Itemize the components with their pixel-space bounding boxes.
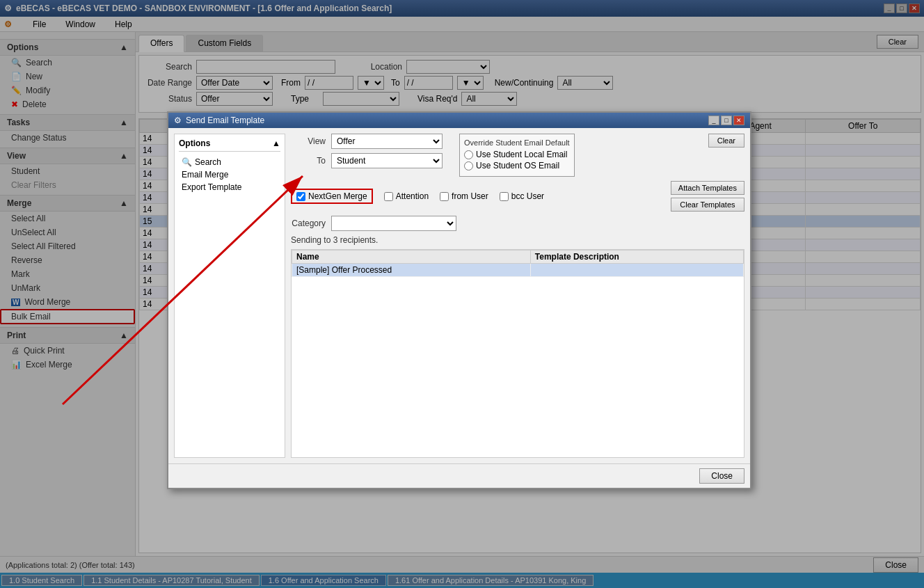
modal-email-merge-item[interactable]: Email Merge (179, 168, 280, 181)
template-row[interactable]: [Sample] Offer Processed (292, 264, 744, 277)
sending-recipients-text: Sending to 3 recipients. (291, 235, 744, 245)
bcc-user-checkbox[interactable] (500, 192, 509, 201)
bcc-user-checkbox-container: bcc User (500, 191, 544, 201)
modal-body: Options ▲ 🔍 Search Email Merge Export Te… (168, 128, 750, 463)
radio-os-label: Use Student OS Email (476, 161, 559, 170)
send-email-modal: ⚙ Send Email Template _ □ ✕ Options ▲ 🔍 … (167, 111, 751, 489)
category-select[interactable] (331, 216, 456, 231)
radio-os-email[interactable]: Use Student OS Email (464, 161, 570, 170)
template-col-name: Name (292, 251, 531, 264)
template-name-cell: [Sample] Offer Processed (292, 264, 531, 277)
nextgen-merge-checkbox-container: NextGen Merge (291, 189, 373, 204)
modal-panel-header: Options ▲ (179, 138, 280, 152)
nextgen-merge-label: NextGen Merge (308, 191, 367, 201)
radio-local-email[interactable]: Use Student Local Email (464, 150, 570, 159)
radio-local-input[interactable] (464, 150, 473, 159)
modal-right-panel: View Offer To Student (291, 134, 744, 458)
modal-close-button[interactable]: ✕ (733, 116, 744, 125)
modal-left-panel: Options ▲ 🔍 Search Email Merge Export Te… (174, 134, 285, 458)
modal-title-bar: ⚙ Send Email Template _ □ ✕ (168, 113, 750, 128)
modal-overlay: ⚙ Send Email Template _ □ ✕ Options ▲ 🔍 … (0, 0, 924, 588)
modal-maximize-button[interactable]: □ (721, 116, 732, 125)
view-label: View (291, 136, 326, 146)
to-select[interactable]: Student (331, 153, 443, 168)
category-label: Category (291, 218, 326, 228)
attach-templates-button[interactable]: Attach Templates (671, 181, 744, 195)
modal-clear-button[interactable]: Clear (708, 134, 744, 148)
nextgen-merge-checkbox[interactable] (296, 192, 305, 201)
to-label: To (291, 156, 326, 166)
radio-local-label: Use Student Local Email (476, 150, 567, 159)
modal-search-icon: 🔍 (182, 157, 192, 167)
clear-templates-button[interactable]: Clear Templates (671, 198, 744, 212)
attention-checkbox[interactable] (384, 192, 393, 201)
from-user-label: from User (452, 191, 488, 201)
template-table-container: Name Template Description [Sample] Offer… (291, 249, 744, 458)
override-student-email-box: Override Student Email Default Use Stude… (459, 134, 575, 177)
modal-title: Send Email Template (186, 116, 264, 125)
from-user-checkbox-container: from User (440, 191, 488, 201)
bcc-user-label: bcc User (511, 191, 544, 201)
override-title: Override Student Email Default (464, 138, 570, 147)
template-table: Name Template Description [Sample] Offer… (292, 250, 744, 277)
template-description-cell (530, 264, 743, 277)
view-select[interactable]: Offer (331, 134, 443, 149)
modal-minimize-button[interactable]: _ (708, 116, 719, 125)
modal-icon: ⚙ (174, 116, 182, 125)
modal-search-item[interactable]: 🔍 Search (179, 156, 280, 168)
radio-os-input[interactable] (464, 161, 473, 170)
attention-label: Attention (396, 191, 429, 201)
from-user-checkbox[interactable] (440, 192, 449, 201)
modal-footer: Close (168, 463, 750, 488)
modal-export-template-item[interactable]: Export Template (179, 181, 280, 193)
attention-checkbox-container: Attention (384, 191, 429, 201)
template-col-description: Template Description (530, 251, 743, 264)
modal-close-action-button[interactable]: Close (699, 468, 744, 484)
